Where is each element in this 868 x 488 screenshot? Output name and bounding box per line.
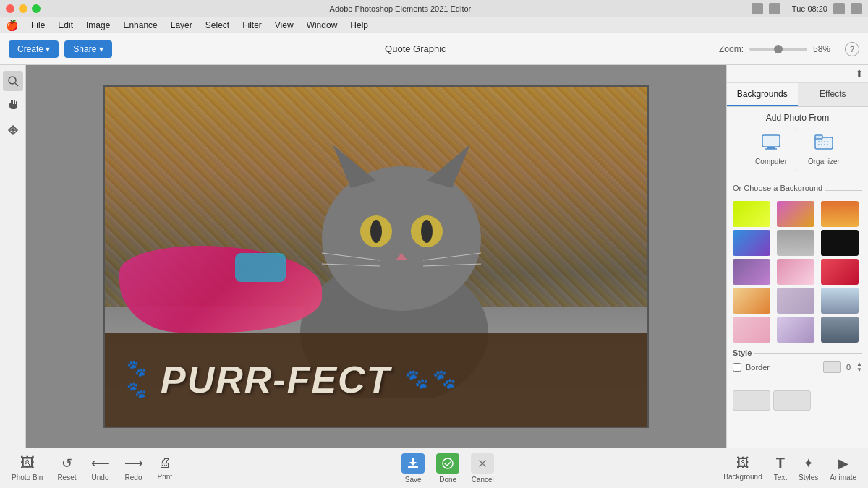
close-button[interactable]	[6, 4, 14, 13]
border-stepper[interactable]: ▲ ▼	[856, 361, 862, 373]
organizer-label: Organizer	[808, 158, 840, 166]
animate-tool[interactable]: ▶ Animate	[830, 455, 856, 481]
menu-file[interactable]: File	[25, 19, 51, 32]
border-color-swatch[interactable]	[823, 361, 841, 373]
menu-filter[interactable]: Filter	[237, 19, 268, 32]
extra-controls	[733, 390, 862, 411]
done-label: Done	[439, 476, 456, 484]
cancel-label: Cancel	[472, 476, 494, 484]
bg-thumb-lavender[interactable]	[777, 288, 814, 314]
save-button[interactable]: Save	[401, 453, 425, 484]
toolbar-left: Create ▾ Share ▾	[9, 40, 112, 58]
svg-rect-22	[408, 466, 418, 468]
cancel-button[interactable]: Cancel	[471, 453, 494, 484]
text-icon: T	[776, 455, 785, 471]
undo-tool[interactable]: ⟵ Undo	[91, 455, 110, 481]
create-button[interactable]: Create ▾	[9, 40, 59, 58]
svg-point-0	[9, 77, 16, 84]
svg-marker-4	[333, 145, 376, 188]
extra-ctrl-2[interactable]	[773, 390, 811, 411]
bg-thumb-forest[interactable]	[821, 317, 859, 343]
search-icon[interactable]	[833, 3, 845, 14]
print-icon: 🖨	[158, 455, 171, 471]
styles-tool[interactable]: ✦ Styles	[799, 455, 818, 481]
bg-thumb-purple[interactable]	[733, 259, 770, 285]
help-button[interactable]: ?	[845, 42, 859, 56]
done-button[interactable]: Done	[436, 453, 459, 484]
document-title: Quote Graphic	[112, 43, 719, 54]
bg-thumb-beach[interactable]	[821, 288, 859, 314]
text-tool[interactable]: T Text	[774, 455, 787, 481]
source-computer-btn[interactable]: Computer	[746, 129, 796, 171]
share-button[interactable]: Share ▾	[64, 40, 111, 58]
menu-view[interactable]: View	[269, 19, 299, 32]
bg-thumb-pink-bokeh[interactable]	[777, 259, 814, 285]
source-organizer-btn[interactable]: Organizer	[799, 129, 848, 171]
reset-icon: ↺	[61, 455, 72, 471]
menu-window[interactable]: Window	[301, 19, 344, 32]
menu-layer[interactable]: Layer	[165, 19, 198, 32]
paw-icon-4: 🐾	[433, 368, 456, 390]
extra-ctrl-1[interactable]	[733, 390, 770, 411]
save-icon	[401, 453, 425, 474]
tab-backgrounds[interactable]: Backgrounds	[727, 83, 798, 106]
zoom-thumb[interactable]	[774, 45, 783, 53]
save-label: Save	[405, 476, 422, 484]
menu-select[interactable]: Select	[200, 19, 235, 32]
bg-thumb-blue-purple[interactable]	[733, 230, 770, 256]
control-center-icon[interactable]	[851, 3, 862, 14]
paw-prints-right: 🐾 🐾	[405, 368, 456, 390]
menu-image[interactable]: Image	[80, 19, 116, 32]
quote-text[interactable]: PURR-FECT	[161, 358, 391, 401]
print-tool[interactable]: 🖨 Print	[158, 455, 173, 481]
apple-menu-icon[interactable]: 🍎	[6, 20, 18, 31]
photo-bin-icon: 🖼	[20, 455, 35, 471]
computer-label: Computer	[755, 158, 787, 166]
svg-point-3	[322, 166, 481, 311]
menu-edit[interactable]: Edit	[52, 19, 79, 32]
svg-rect-19	[815, 135, 822, 139]
maximize-button[interactable]	[32, 4, 41, 13]
menu-enhance[interactable]: Enhance	[117, 19, 163, 32]
zoom-label: Zoom:	[719, 44, 744, 54]
bg-thumb-pink-soft[interactable]	[733, 317, 770, 343]
hand-tool[interactable]	[3, 95, 23, 116]
menu-help[interactable]: Help	[344, 19, 374, 32]
bottom-tools-center: Save Done Cancel	[401, 453, 494, 484]
svg-point-9	[421, 220, 433, 243]
add-photo-title: Add Photo From	[733, 113, 862, 123]
tab-effects[interactable]: Effects	[798, 83, 869, 106]
redo-tool[interactable]: ⟶ Redo	[124, 455, 143, 481]
bg-thumb-roses[interactable]	[821, 259, 859, 285]
photo-bin-tool[interactable]: 🖼 Photo Bin	[12, 455, 43, 481]
quote-bar: 🐾 🐾 PURR-FECT 🐾 🐾	[105, 333, 647, 427]
minimize-button[interactable]	[19, 4, 27, 13]
bg-thumb-black[interactable]	[821, 230, 859, 256]
background-tool[interactable]: 🖼 Background	[723, 455, 762, 481]
style-heading: Style	[733, 348, 752, 357]
print-label: Print	[158, 473, 173, 481]
bg-thumb-gray[interactable]	[777, 230, 814, 256]
background-icon: 🖼	[736, 455, 749, 471]
reset-tool[interactable]: ↺ Reset	[57, 455, 76, 481]
bg-thumb-light-purple[interactable]	[777, 317, 814, 343]
bg-thumb-sunset2[interactable]	[733, 288, 770, 314]
zoom-slider[interactable]	[749, 48, 807, 51]
bg-thumb-sunset1[interactable]	[821, 201, 859, 227]
svg-rect-15	[762, 135, 780, 147]
teal-object	[235, 253, 286, 282]
canvas-area[interactable]: 🐾 🐾 PURR-FECT 🐾 🐾	[26, 65, 726, 448]
stepper-down[interactable]: ▼	[856, 367, 862, 373]
canvas-image[interactable]: 🐾 🐾 PURR-FECT 🐾 🐾	[105, 87, 647, 427]
bg-thumb-purple-orange[interactable]	[777, 201, 814, 227]
panel-tabs: Backgrounds Effects	[727, 83, 868, 107]
svg-point-8	[370, 220, 382, 243]
zoom-tool[interactable]	[3, 71, 23, 91]
undo-icon: ⟵	[91, 455, 110, 471]
move-tool[interactable]	[3, 120, 23, 140]
upload-icon[interactable]: ⬆	[855, 68, 864, 80]
border-checkbox[interactable]	[733, 363, 741, 372]
titlebar-icons: Tue 08:20	[752, 3, 862, 14]
animate-label: Animate	[830, 474, 856, 481]
bg-thumb-lime[interactable]	[733, 201, 770, 227]
